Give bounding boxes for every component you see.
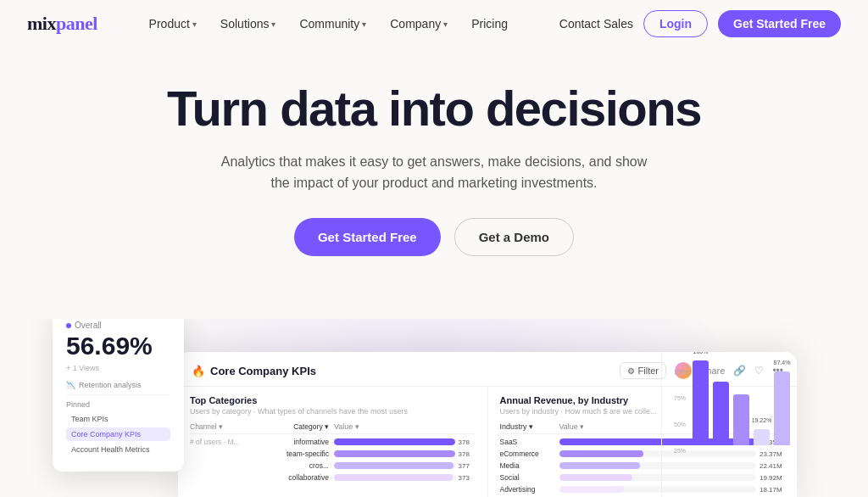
card-title: 🔥 Core Company KPIs	[192, 365, 316, 377]
col-header-category[interactable]: Category ▾	[266, 422, 334, 431]
bar-wrap: 19.22%	[754, 429, 770, 445]
industry-cell: Social	[500, 473, 559, 482]
chevron-down-icon: ▾	[271, 20, 275, 29]
table-row: # of users · M... informative 378	[190, 438, 476, 446]
nav-company[interactable]: Company ▾	[380, 12, 458, 36]
bar-wrap: 100%	[693, 360, 709, 445]
hero-buttons: Get Started Free Get a Demo	[17, 218, 851, 256]
col-header-value[interactable]: Value ▾	[334, 422, 476, 431]
category-cell: cros...	[266, 461, 334, 470]
chevron-down-icon: ▾	[443, 20, 448, 29]
main-dashboard-card: 🔥 Core Company KPIs ⚙ Filter Share 🔗 ♡ •…	[178, 352, 797, 497]
bar: 19.22%	[754, 429, 770, 445]
dot-icon	[66, 323, 71, 328]
table-row: collaborative 373	[190, 473, 476, 482]
value-cell: 378	[334, 450, 476, 458]
logo[interactable]: mixpanel	[27, 13, 97, 35]
nav-product[interactable]: Product ▾	[139, 12, 207, 36]
bar: 87.4%	[774, 371, 790, 445]
hero-subheadline: Analytics that makes it easy to get answ…	[214, 151, 654, 194]
hero-section: Turn data into decisions Analytics that …	[0, 47, 868, 273]
nav-links: Product ▾ Solutions ▾ Community ▾ Compan…	[139, 12, 518, 36]
industry-cell: SaaS	[500, 438, 559, 446]
nav-solutions[interactable]: Solutions ▾	[210, 12, 287, 36]
list-item-active[interactable]: Core Company KPIs	[66, 427, 170, 441]
metric-value: 56.69%	[66, 333, 170, 359]
channel-cell: # of users · M...	[190, 438, 266, 446]
bar-wrap	[713, 382, 729, 445]
bar-wrap	[733, 394, 749, 445]
industry-cell: eCommerce	[500, 450, 559, 458]
card-panels: Top Categories Users by category · What …	[178, 387, 797, 497]
table-row: cros... 377	[190, 461, 476, 470]
chevron-down-icon: ▾	[362, 20, 366, 29]
value-cell: 377	[334, 462, 476, 470]
col-header-channel[interactable]: Channel ▾	[190, 422, 266, 431]
bar-pct-label: 87.4%	[774, 360, 791, 366]
hero-headline: Turn data into decisions	[17, 81, 851, 136]
chevron-down-icon: ▾	[192, 20, 197, 29]
industry-cell: Media	[500, 461, 559, 470]
divider	[66, 394, 170, 395]
list-item[interactable]: Account Health Metrics	[66, 443, 170, 456]
value-cell: 378	[334, 438, 476, 446]
contact-sales-link[interactable]: Contact Sales	[559, 17, 633, 31]
left-panel: Top Categories Users by category · What …	[178, 387, 488, 497]
nav-community[interactable]: Community ▾	[289, 12, 376, 36]
bar-chart-panel: 100% 75% 50% 25% 100%19.22%87.4%	[661, 352, 797, 497]
metric-sub: + 1 Views	[66, 364, 170, 372]
r-col-header-industry[interactable]: Industry ▾	[500, 422, 559, 431]
bar-wrap: 87.4%	[774, 371, 790, 445]
category-cell: collaborative	[266, 473, 334, 482]
table-row: team-specific 378	[190, 450, 476, 458]
small-metric-card: Overall 56.69% + 1 Views 📉 Retention ana…	[53, 319, 184, 472]
y-axis-labels: 100% 75% 50% 25%	[674, 369, 689, 454]
bar-pct-label: 100%	[693, 352, 709, 355]
navigation: mixpanel Product ▾ Solutions ▾ Community…	[0, 0, 868, 47]
table-header: Channel ▾ Category ▾ Value ▾	[190, 422, 476, 434]
fire-icon: 🔥	[192, 365, 205, 377]
list-item[interactable]: Team KPIs	[66, 412, 170, 426]
left-panel-title: Top Categories	[190, 395, 476, 405]
login-button[interactable]: Login	[643, 10, 708, 37]
get-started-nav-button[interactable]: Get Started Free	[718, 10, 841, 37]
bar	[733, 394, 749, 445]
bar: 100%	[693, 360, 709, 445]
bar-pct-label: 19.22%	[752, 417, 772, 423]
nav-pricing[interactable]: Pricing	[461, 12, 518, 36]
dashboard-preview: Overall 56.69% + 1 Views 📉 Retention ana…	[0, 319, 868, 497]
category-cell: team-specific	[266, 450, 334, 458]
value-cell: 373	[334, 474, 476, 482]
industry-cell: Advertising	[500, 485, 559, 494]
bar	[713, 382, 729, 445]
left-table: # of users · M... informative 378 team-s…	[190, 438, 476, 482]
filter-icon: ⚙	[627, 366, 635, 376]
category-cell: informative	[266, 438, 334, 446]
retention-row: 📉 Retention analysis	[66, 381, 170, 389]
bar-chart: 100% 75% 50% 25% 100%19.22%87.4%	[669, 360, 790, 454]
get-started-button[interactable]: Get Started Free	[294, 218, 441, 256]
left-panel-subtitle: Users by category · What types of channe…	[190, 407, 476, 416]
pinned-label: Pinned	[66, 400, 170, 409]
get-demo-button[interactable]: Get a Demo	[454, 218, 574, 256]
filter-button[interactable]: ⚙ Filter	[620, 362, 666, 379]
nav-right: Contact Sales Login Get Started Free	[559, 10, 841, 37]
overall-label: Overall	[66, 321, 170, 330]
